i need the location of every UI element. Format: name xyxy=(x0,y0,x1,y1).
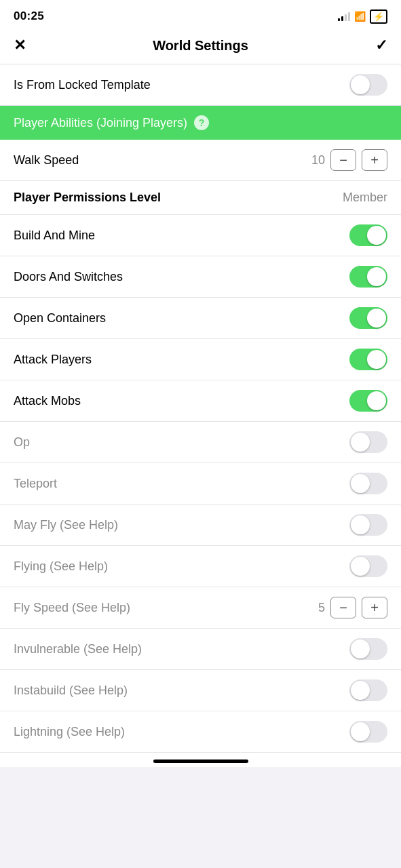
toggle-label: Flying (See Help) xyxy=(14,559,108,574)
toggle-switch[interactable] xyxy=(349,431,387,453)
walk-speed-label: Walk Speed xyxy=(14,153,79,167)
toggle-label: Teleport xyxy=(14,477,57,491)
toggle-label: Lightning (See Help) xyxy=(14,725,125,739)
toggle-label: Open Containers xyxy=(14,311,106,326)
toggle-knob xyxy=(367,350,386,369)
toggle-knob xyxy=(351,75,370,94)
toggle-knob xyxy=(367,309,386,328)
toggle-label: Instabuild (See Help) xyxy=(14,684,128,698)
toggle-switch[interactable] xyxy=(349,514,387,536)
toggle-knob xyxy=(367,267,386,286)
toggle-knob xyxy=(351,639,370,658)
walk-speed-increment[interactable]: + xyxy=(362,149,387,171)
toggle-switch[interactable] xyxy=(349,349,387,370)
toggle-switch[interactable] xyxy=(349,638,387,660)
toggle-knob xyxy=(351,681,370,700)
walk-speed-row: Walk Speed 10 − + xyxy=(0,140,401,181)
confirm-button[interactable]: ✓ xyxy=(375,37,387,54)
toggle-row: Attack Players xyxy=(0,339,401,380)
locked-template-label: Is From Locked Template xyxy=(14,78,151,92)
toggle-row: Op xyxy=(0,422,401,463)
toggle-switch[interactable] xyxy=(349,555,387,577)
toggle-row: Flying (See Help) xyxy=(0,546,401,587)
player-abilities-label: Player Abilities (Joining Players) xyxy=(14,116,187,130)
toggle-knob xyxy=(367,226,386,245)
toggle-knob xyxy=(351,474,370,493)
toggle-switch[interactable] xyxy=(349,390,387,412)
toggle-row: Invulnerable (See Help) xyxy=(0,629,401,670)
battery-icon: ⚡ xyxy=(370,9,387,24)
toggle-row: May Fly (See Help) xyxy=(0,505,401,546)
home-indicator xyxy=(0,753,401,767)
toggle-row: Doors And Switches xyxy=(0,256,401,298)
toggle-knob xyxy=(367,391,386,410)
toggle-label: May Fly (See Help) xyxy=(14,518,118,532)
wifi-icon: 📶 xyxy=(354,11,366,22)
player-permissions-value: Member xyxy=(343,191,387,205)
toggle-label: Attack Players xyxy=(14,353,92,367)
toggle-row: Lightning (See Help) xyxy=(0,711,401,753)
toggle-settings-list: Build And MineDoors And SwitchesOpen Con… xyxy=(0,215,401,587)
fly-speed-decrement[interactable]: − xyxy=(330,597,356,618)
fly-speed-increment[interactable]: + xyxy=(362,597,387,618)
toggle-label: Invulnerable (See Help) xyxy=(14,642,142,656)
walk-speed-stepper: 10 − + xyxy=(311,149,387,171)
bottom-toggles-list: Invulnerable (See Help)Instabuild (See H… xyxy=(0,629,401,753)
fly-speed-value: 5 xyxy=(311,601,325,615)
status-time: 00:25 xyxy=(14,9,44,23)
toggle-knob xyxy=(351,722,370,741)
player-permissions-label: Player Permissions Level xyxy=(14,191,161,205)
toggle-row: Open Containers xyxy=(0,298,401,339)
toggle-knob xyxy=(351,557,370,576)
fly-speed-stepper: 5 − + xyxy=(311,597,387,618)
toggle-knob xyxy=(351,515,370,534)
settings-container: Is From Locked Template Player Abilities… xyxy=(0,64,401,753)
toggle-switch[interactable] xyxy=(349,721,387,743)
home-bar xyxy=(153,760,248,763)
fly-speed-row: Fly Speed (See Help) 5 − + xyxy=(0,587,401,629)
toggle-row: Build And Mine xyxy=(0,215,401,256)
toggle-label: Attack Mobs xyxy=(14,394,81,408)
walk-speed-value: 10 xyxy=(311,153,325,167)
toggle-switch[interactable] xyxy=(349,266,387,288)
walk-speed-decrement[interactable]: − xyxy=(330,149,356,171)
toggle-switch[interactable] xyxy=(349,307,387,329)
close-button[interactable]: ✕ xyxy=(14,37,26,54)
toggle-label: Build And Mine xyxy=(14,229,95,243)
toggle-switch[interactable] xyxy=(349,473,387,494)
help-button[interactable]: ? xyxy=(194,115,209,130)
toggle-knob xyxy=(351,433,370,452)
toggle-label: Op xyxy=(14,435,30,450)
fly-speed-label: Fly Speed (See Help) xyxy=(14,601,130,615)
toggle-row: Teleport xyxy=(0,463,401,505)
toggle-row: Instabuild (See Help) xyxy=(0,670,401,711)
toggle-row: Attack Mobs xyxy=(0,380,401,422)
locked-template-row: Is From Locked Template xyxy=(0,64,401,106)
player-permissions-row[interactable]: Player Permissions Level Member xyxy=(0,181,401,215)
nav-bar: ✕ World Settings ✓ xyxy=(0,30,401,64)
page-title: World Settings xyxy=(153,38,248,54)
toggle-switch[interactable] xyxy=(349,224,387,246)
toggle-label: Doors And Switches xyxy=(14,270,123,284)
status-bar: 00:25 📶 ⚡ xyxy=(0,0,401,30)
player-abilities-header: Player Abilities (Joining Players) ? xyxy=(0,106,401,140)
locked-template-toggle[interactable] xyxy=(349,74,387,96)
toggle-switch[interactable] xyxy=(349,679,387,701)
status-icons: 📶 ⚡ xyxy=(338,9,387,24)
signal-icon xyxy=(338,12,350,21)
